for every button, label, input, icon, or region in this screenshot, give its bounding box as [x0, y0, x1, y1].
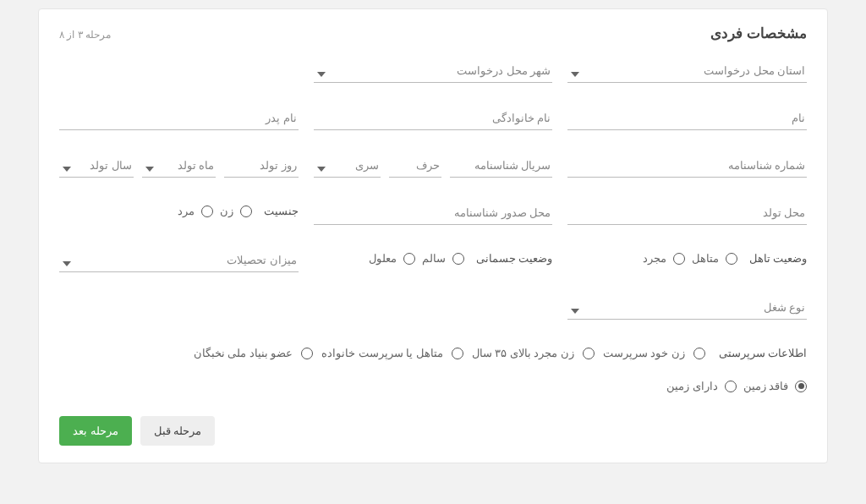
sup-family-radio[interactable]	[452, 348, 463, 359]
id-seri-label: سری	[326, 159, 379, 172]
caret-down-icon	[63, 261, 71, 266]
physical-label: وضعیت جسمانی	[476, 252, 552, 265]
marital-single-label: مجرد	[643, 252, 666, 265]
education-label: میزان تحصیلات	[71, 254, 297, 266]
city-select[interactable]: شهر محل درخواست	[314, 61, 553, 83]
supervision-label: اطلاعات سرپرستی	[719, 347, 807, 359]
physical-disabled-label: معلول	[369, 252, 397, 265]
land-none-radio[interactable]	[795, 381, 807, 392]
marital-married-radio[interactable]	[726, 253, 737, 265]
province-label: استان محل درخواست	[579, 64, 805, 77]
gender-male-radio[interactable]	[201, 205, 213, 217]
birth-year-select[interactable]: سال تولد	[59, 156, 134, 178]
province-select[interactable]: استان محل درخواست	[567, 61, 807, 83]
caret-down-icon	[63, 167, 71, 172]
gender-female-label: زن	[220, 205, 233, 217]
caret-down-icon	[145, 167, 154, 172]
caret-down-icon	[317, 72, 326, 77]
button-row: مرحله قبل مرحله بعد	[59, 416, 807, 446]
id-seri-select[interactable]: سری	[314, 156, 381, 178]
physical-group: وضعیت جسمانی سالم معلول	[314, 250, 553, 265]
birth-month-label: ماه تولد	[154, 159, 215, 172]
birth-month-select[interactable]: ماه تولد	[142, 156, 216, 178]
gender-label: جنسیت	[264, 205, 299, 217]
job-type-select[interactable]: نوع شغل	[567, 298, 807, 320]
birth-day-label: روز تولد	[224, 159, 297, 172]
birth-place-label: محل تولد	[567, 206, 805, 219]
last-name-input[interactable]: نام خانوادگی	[314, 108, 553, 130]
next-button[interactable]: مرحله بعد	[59, 416, 132, 446]
gender-female-radio[interactable]	[240, 205, 252, 217]
id-letter-input[interactable]: حرف	[389, 156, 441, 178]
education-select[interactable]: میزان تحصیلات	[59, 250, 299, 272]
city-label: شهر محل درخواست	[326, 64, 551, 77]
first-name-label: نام	[567, 112, 805, 124]
caret-down-icon	[571, 72, 579, 77]
id-number-input[interactable]: شماره شناسنامه	[567, 156, 807, 178]
marital-group: وضعیت تاهل متاهل مجرد	[567, 250, 807, 265]
sup-over35-label: زن مجرد بالای ۳۵ سال	[472, 347, 574, 359]
prev-button[interactable]: مرحله قبل	[140, 416, 216, 446]
land-none-label: فاقد زمین	[743, 380, 788, 392]
gender-group: جنسیت زن مرد	[59, 203, 299, 217]
sup-family-label: متاهل یا سرپرست خانواده	[321, 347, 442, 359]
father-name-label: نام پدر	[59, 112, 297, 124]
marital-label: وضعیت تاهل	[749, 252, 807, 265]
physical-healthy-label: سالم	[422, 252, 446, 265]
sup-elite-radio[interactable]	[301, 348, 313, 359]
marital-married-label: متاهل	[692, 252, 719, 265]
birth-day-input[interactable]: روز تولد	[224, 156, 299, 178]
id-issue-place-input[interactable]: محل صدور شناسنامه	[314, 203, 553, 225]
caret-down-icon	[571, 309, 579, 314]
page-title: مشخصات فردی	[710, 25, 807, 42]
father-name-input[interactable]: نام پدر	[59, 108, 299, 130]
supervision-group: اطلاعات سرپرستی زن خود سرپرست زن مجرد با…	[194, 345, 807, 359]
id-serial-label: سریال شناسنامه	[450, 159, 551, 172]
step-indicator: مرحله ۳ از ۸	[59, 29, 111, 41]
sup-elite-label: عضو بنیاد ملی نخبگان	[194, 347, 293, 359]
id-issue-place-label: محل صدور شناسنامه	[314, 206, 551, 219]
land-has-radio[interactable]	[725, 381, 737, 392]
sup-self-radio[interactable]	[693, 348, 705, 359]
land-has-label: دارای زمین	[666, 380, 717, 392]
card-header: مشخصات فردی مرحله ۳ از ۸	[59, 25, 807, 42]
gender-male-label: مرد	[178, 205, 195, 217]
caret-down-icon	[317, 167, 326, 172]
id-letter-label: حرف	[389, 159, 440, 172]
birth-place-input[interactable]: محل تولد	[567, 203, 807, 225]
marital-single-radio[interactable]	[673, 253, 685, 265]
sup-over35-radio[interactable]	[583, 348, 595, 359]
first-name-input[interactable]: نام	[567, 108, 807, 130]
sup-self-label: زن خود سرپرست	[603, 347, 685, 359]
birth-year-label: سال تولد	[71, 159, 132, 172]
physical-healthy-radio[interactable]	[452, 253, 464, 265]
job-type-label: نوع شغل	[579, 301, 805, 314]
physical-disabled-radio[interactable]	[403, 253, 415, 265]
land-group: فاقد زمین دارای زمین	[666, 378, 807, 392]
last-name-label: نام خانوادگی	[314, 112, 551, 124]
id-serial-input[interactable]: سریال شناسنامه	[450, 156, 553, 178]
id-number-label: شماره شناسنامه	[567, 159, 805, 172]
personal-info-card: مشخصات فردی مرحله ۳ از ۸ استان محل درخوا…	[38, 8, 828, 463]
